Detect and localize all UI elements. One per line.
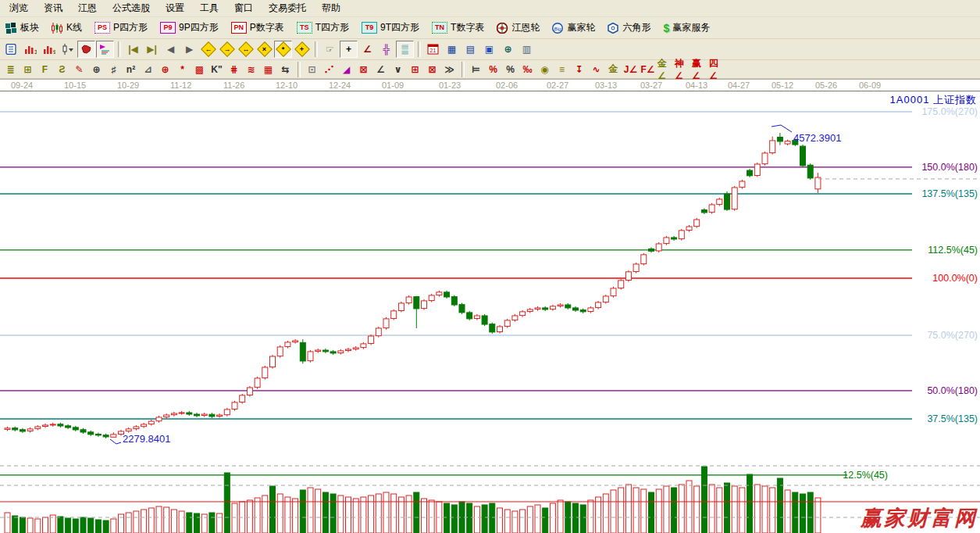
menu-item-8[interactable]: 帮助	[314, 0, 348, 17]
module-winner-service-button[interactable]: $赢家服务	[658, 19, 715, 37]
zoom-in-icon: ×	[257, 41, 273, 57]
save-button[interactable]: ▣	[480, 41, 498, 58]
module-t-square-button[interactable]: TST四方形	[292, 19, 354, 37]
overlay-3-button[interactable]: 3	[21, 41, 39, 58]
module-hexagon-button[interactable]: 六角形	[603, 19, 655, 37]
golden-lines-tool[interactable]: ≡	[554, 62, 570, 77]
fan-box-tool[interactable]: ◢	[338, 62, 355, 77]
golden-grid-tool[interactable]: ⊞	[20, 62, 36, 77]
menu-item-5[interactable]: 工具	[192, 0, 226, 17]
zoom-horizontal-button[interactable]: ↔	[237, 41, 255, 58]
menu-item-1[interactable]: 资讯	[36, 0, 70, 17]
menu-item-2[interactable]: 江恩	[70, 0, 105, 17]
menu-item-0[interactable]: 浏览	[2, 0, 36, 17]
stock-list-button[interactable]	[2, 41, 20, 58]
four-angle-tool[interactable]: 四∠	[708, 62, 725, 77]
parallel-lines-tool[interactable]: ≫	[441, 62, 458, 77]
module-p-square-button[interactable]: PSP四方形	[90, 19, 152, 37]
volume-view-icon	[99, 44, 111, 55]
chart-area[interactable]: 175.0%(270)150.0%(180)137.5%(135)112.5%(…	[0, 91, 980, 533]
percent-tool[interactable]: %	[502, 62, 519, 77]
win-grid-tool[interactable]: ≋	[243, 62, 259, 77]
zoom-in-button[interactable]: ×	[255, 41, 273, 58]
module-t-table-button[interactable]: TNT数字表	[427, 19, 489, 37]
module-p-table-button[interactable]: PNP数字表	[226, 19, 289, 37]
nav-first-button[interactable]: |◀	[124, 41, 142, 58]
wave-tool[interactable]: ∿	[588, 62, 604, 77]
pan-left-button[interactable]: ←	[199, 41, 217, 58]
volume-view-button[interactable]	[96, 41, 114, 58]
date-tick-04-27: 04-27	[728, 80, 750, 90]
n-square-tool[interactable]: n²	[123, 62, 139, 77]
fibonacci-tool[interactable]: F	[37, 62, 53, 77]
box-tool[interactable]: ⊡	[304, 62, 320, 77]
grid-arrow-tool[interactable]: ⊠	[424, 62, 440, 77]
gann-price-grid-tool[interactable]: ≣	[2, 62, 19, 77]
price-pen-tool[interactable]: ↧	[571, 62, 587, 77]
export-button[interactable]: ⊕	[499, 41, 517, 58]
gold-angle-tool[interactable]: 金∠	[657, 62, 673, 77]
module-9t-square-button[interactable]: T99T四方形	[357, 19, 424, 37]
time-divider-tool[interactable]: ♯	[105, 62, 122, 77]
fan-grid-tool[interactable]: ⊠	[355, 62, 372, 77]
china-map-button[interactable]	[77, 41, 95, 58]
nav-last-button[interactable]: ▶|	[143, 41, 161, 58]
module-sectors-label: 板块	[20, 21, 39, 34]
candlestick-chart[interactable]: 175.0%(270)150.0%(180)137.5%(135)112.5%(…	[0, 91, 980, 533]
nav-next-button[interactable]: ▶	[180, 41, 198, 58]
gann-grid-tool-button[interactable]: ▒	[396, 41, 414, 58]
number-box-tool[interactable]: ▦	[260, 62, 276, 77]
shen-angle-tool[interactable]: 神∠	[674, 62, 690, 77]
calculator-button[interactable]: ▦	[443, 41, 461, 58]
hand-tool-button[interactable]: ☞	[321, 41, 339, 58]
notepad-button[interactable]: ▤	[461, 41, 479, 58]
svg-text:3: 3	[34, 49, 37, 55]
pan-right-button[interactable]: →	[218, 41, 236, 58]
crosshair-tool-button[interactable]: +	[340, 41, 358, 58]
module-gann-wheel-button[interactable]: 江恩轮	[492, 19, 544, 37]
square-spiral-tool[interactable]: ▩	[191, 62, 208, 77]
golden-angle-tool[interactable]: 金	[605, 62, 622, 77]
menu-item-6[interactable]: 窗口	[226, 0, 261, 17]
gann-circle-tool[interactable]: ⊕	[88, 62, 105, 77]
print-button[interactable]: ▥	[518, 41, 536, 58]
j-angle-tool[interactable]: J∠	[622, 62, 639, 77]
grid-overlay-tool[interactable]: ⊞	[407, 62, 423, 77]
k-notation-tool[interactable]: K"	[208, 62, 225, 77]
shen-grid-tool[interactable]: ⋕	[226, 62, 242, 77]
brush-tool[interactable]: ✎	[71, 62, 87, 77]
tn-box-icon: TN	[432, 22, 447, 34]
date-tick-01-23: 01-23	[439, 80, 461, 90]
spiral-tool[interactable]: Ƨ	[54, 62, 70, 77]
zoom-all-button[interactable]: *	[274, 41, 292, 58]
module-kline-button[interactable]: K线	[47, 19, 87, 37]
zoom-out-button[interactable]: +	[293, 41, 311, 58]
scale-ruler-tool[interactable]: ⊨	[468, 62, 484, 77]
zigzag-tool[interactable]: ∨	[390, 62, 406, 77]
golden-circle-tool[interactable]: ◉	[536, 62, 553, 77]
percent-lines-tool[interactable]: ‰	[519, 62, 536, 77]
svg-text:50.0%(180): 50.0%(180)	[927, 385, 978, 396]
percent-fan-tool[interactable]: %	[485, 62, 501, 77]
gann-fan-tool[interactable]: ⋰	[321, 62, 337, 77]
module-winner-wheel-button[interactable]: Big赢家轮	[547, 19, 600, 37]
target-tool[interactable]: ⊕	[157, 62, 173, 77]
menu-item-3[interactable]: 公式选股	[105, 0, 158, 17]
spider-web-tool[interactable]: *	[174, 62, 191, 77]
module-9p-square-button[interactable]: P99P四方形	[155, 19, 223, 37]
span-measure-tool[interactable]: ⇆	[277, 62, 294, 77]
menu-item-7[interactable]: 交易委托	[261, 0, 314, 17]
kline-style-button[interactable]	[59, 41, 77, 58]
angle-tool-button[interactable]: ∠	[358, 41, 376, 58]
gann-knot-tool-button[interactable]: ╬	[377, 41, 395, 58]
nav-prev-button[interactable]: ◀	[162, 41, 180, 58]
calendar-button[interactable]: 21	[424, 41, 442, 58]
module-sectors-button[interactable]: 板块	[1, 19, 44, 37]
f-angle-tool[interactable]: F∠	[640, 62, 656, 77]
win-angle-tool[interactable]: 赢∠	[691, 62, 707, 77]
overlay-9-button[interactable]: 9	[40, 41, 58, 58]
trend-angle-tool[interactable]: ∠	[372, 62, 389, 77]
mirror-angle-tool[interactable]: ⊿	[140, 62, 156, 77]
menu-item-4[interactable]: 设置	[158, 0, 192, 17]
t9-box-icon: T9	[362, 22, 377, 34]
